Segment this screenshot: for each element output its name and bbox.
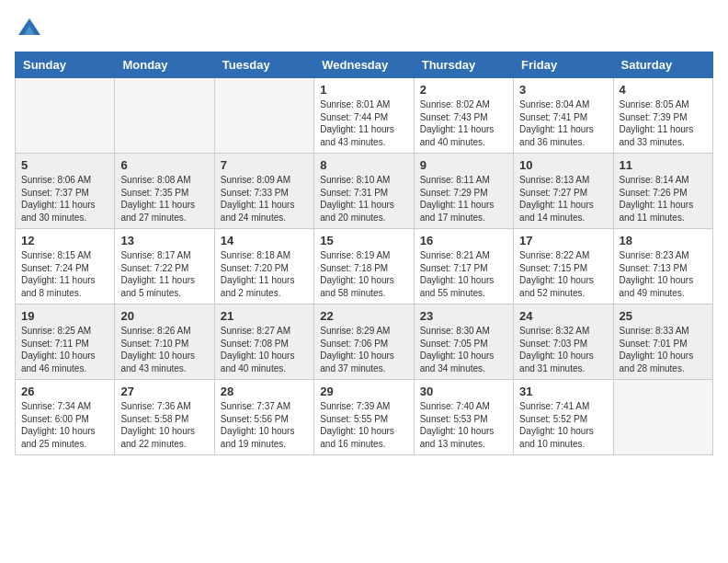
calendar-cell [16, 78, 115, 154]
logo [15, 15, 42, 40]
calendar-cell: 19Sunrise: 8:25 AM Sunset: 7:11 PM Dayli… [16, 304, 115, 380]
calendar-cell: 8Sunrise: 8:10 AM Sunset: 7:31 PM Daylig… [314, 154, 414, 229]
calendar-cell: 12Sunrise: 8:15 AM Sunset: 7:24 PM Dayli… [16, 229, 115, 304]
calendar-cell: 13Sunrise: 8:17 AM Sunset: 7:22 PM Dayli… [115, 229, 214, 304]
calendar-cell: 25Sunrise: 8:33 AM Sunset: 7:01 PM Dayli… [613, 304, 712, 380]
day-number: 18 [620, 234, 707, 247]
cell-content: Sunrise: 7:36 AM Sunset: 5:58 PM Dayligh… [120, 400, 208, 450]
cell-content: Sunrise: 7:34 AM Sunset: 6:00 PM Dayligh… [21, 400, 108, 450]
day-number: 24 [519, 309, 607, 323]
calendar-cell: 26Sunrise: 7:34 AM Sunset: 6:00 PM Dayli… [16, 380, 115, 455]
weekday-header-row: SundayMondayTuesdayWednesdayThursdayFrid… [16, 52, 713, 78]
cell-content: Sunrise: 8:05 AM Sunset: 7:39 PM Dayligh… [620, 98, 707, 148]
cell-content: Sunrise: 8:19 AM Sunset: 7:18 PM Dayligh… [320, 249, 407, 299]
calendar-cell [115, 78, 214, 154]
calendar-cell: 6Sunrise: 8:08 AM Sunset: 7:35 PM Daylig… [115, 154, 214, 229]
calendar-cell: 24Sunrise: 8:32 AM Sunset: 7:03 PM Dayli… [514, 304, 613, 380]
cell-content: Sunrise: 8:01 AM Sunset: 7:44 PM Dayligh… [320, 98, 407, 148]
day-number: 4 [620, 83, 707, 97]
calendar-cell: 1Sunrise: 8:01 AM Sunset: 7:44 PM Daylig… [314, 78, 414, 154]
calendar-cell: 17Sunrise: 8:22 AM Sunset: 7:15 PM Dayli… [514, 229, 613, 304]
calendar-cell: 3Sunrise: 8:04 AM Sunset: 7:41 PM Daylig… [514, 78, 613, 154]
cell-content: Sunrise: 8:13 AM Sunset: 7:27 PM Dayligh… [519, 174, 607, 224]
calendar-week-row: 19Sunrise: 8:25 AM Sunset: 7:11 PM Dayli… [16, 304, 713, 380]
cell-content: Sunrise: 8:18 AM Sunset: 7:20 PM Dayligh… [221, 249, 308, 299]
cell-content: Sunrise: 8:32 AM Sunset: 7:03 PM Dayligh… [519, 325, 607, 374]
calendar-week-row: 5Sunrise: 8:06 AM Sunset: 7:37 PM Daylig… [16, 154, 713, 229]
calendar-cell: 28Sunrise: 7:37 AM Sunset: 5:56 PM Dayli… [214, 380, 313, 455]
day-number: 7 [221, 158, 308, 172]
cell-content: Sunrise: 8:25 AM Sunset: 7:11 PM Dayligh… [21, 325, 108, 374]
calendar-week-row: 1Sunrise: 8:01 AM Sunset: 7:44 PM Daylig… [16, 78, 713, 154]
day-number: 17 [519, 234, 607, 247]
cell-content: Sunrise: 8:14 AM Sunset: 7:26 PM Dayligh… [620, 174, 707, 224]
cell-content: Sunrise: 8:29 AM Sunset: 7:06 PM Dayligh… [320, 325, 407, 374]
day-number: 10 [519, 158, 607, 172]
calendar-cell [214, 78, 313, 154]
day-number: 8 [320, 158, 407, 172]
calendar-cell: 7Sunrise: 8:09 AM Sunset: 7:33 PM Daylig… [214, 154, 313, 229]
calendar-cell: 9Sunrise: 8:11 AM Sunset: 7:29 PM Daylig… [414, 154, 513, 229]
cell-content: Sunrise: 8:08 AM Sunset: 7:35 PM Dayligh… [120, 174, 208, 224]
page-header [15, 15, 713, 40]
day-number: 30 [420, 385, 507, 398]
day-number: 28 [221, 385, 308, 398]
weekday-header-sunday: Sunday [16, 52, 115, 78]
day-number: 22 [320, 309, 407, 323]
calendar-cell: 31Sunrise: 7:41 AM Sunset: 5:52 PM Dayli… [514, 380, 613, 455]
cell-content: Sunrise: 7:41 AM Sunset: 5:52 PM Dayligh… [519, 400, 607, 450]
calendar-cell: 22Sunrise: 8:29 AM Sunset: 7:06 PM Dayli… [314, 304, 414, 380]
cell-content: Sunrise: 8:06 AM Sunset: 7:37 PM Dayligh… [21, 174, 108, 224]
cell-content: Sunrise: 8:33 AM Sunset: 7:01 PM Dayligh… [620, 325, 707, 374]
calendar-cell: 5Sunrise: 8:06 AM Sunset: 7:37 PM Daylig… [16, 154, 115, 229]
cell-content: Sunrise: 8:17 AM Sunset: 7:22 PM Dayligh… [120, 249, 208, 299]
calendar-cell: 30Sunrise: 7:40 AM Sunset: 5:53 PM Dayli… [414, 380, 513, 455]
day-number: 2 [420, 83, 507, 97]
day-number: 23 [420, 309, 507, 323]
calendar-cell: 23Sunrise: 8:30 AM Sunset: 7:05 PM Dayli… [414, 304, 513, 380]
cell-content: Sunrise: 7:37 AM Sunset: 5:56 PM Dayligh… [221, 400, 308, 450]
day-number: 9 [420, 158, 507, 172]
day-number: 3 [519, 83, 607, 97]
cell-content: Sunrise: 8:04 AM Sunset: 7:41 PM Dayligh… [519, 98, 607, 148]
weekday-header-saturday: Saturday [613, 52, 712, 78]
cell-content: Sunrise: 8:09 AM Sunset: 7:33 PM Dayligh… [221, 174, 308, 224]
cell-content: Sunrise: 8:30 AM Sunset: 7:05 PM Dayligh… [420, 325, 507, 374]
calendar: SundayMondayTuesdayWednesdayThursdayFrid… [15, 52, 713, 455]
calendar-header: SundayMondayTuesdayWednesdayThursdayFrid… [16, 52, 713, 78]
day-number: 21 [221, 309, 308, 323]
day-number: 13 [120, 234, 208, 247]
cell-content: Sunrise: 7:39 AM Sunset: 5:55 PM Dayligh… [320, 400, 407, 450]
calendar-cell: 27Sunrise: 7:36 AM Sunset: 5:58 PM Dayli… [115, 380, 214, 455]
day-number: 15 [320, 234, 407, 247]
day-number: 29 [320, 385, 407, 398]
cell-content: Sunrise: 8:15 AM Sunset: 7:24 PM Dayligh… [21, 249, 108, 299]
day-number: 27 [120, 385, 208, 398]
day-number: 20 [120, 309, 208, 323]
cell-content: Sunrise: 7:40 AM Sunset: 5:53 PM Dayligh… [420, 400, 507, 450]
calendar-week-row: 12Sunrise: 8:15 AM Sunset: 7:24 PM Dayli… [16, 229, 713, 304]
calendar-cell: 18Sunrise: 8:23 AM Sunset: 7:13 PM Dayli… [613, 229, 712, 304]
cell-content: Sunrise: 8:02 AM Sunset: 7:43 PM Dayligh… [420, 98, 507, 148]
weekday-header-friday: Friday [514, 52, 613, 78]
cell-content: Sunrise: 8:23 AM Sunset: 7:13 PM Dayligh… [620, 249, 707, 299]
calendar-cell: 15Sunrise: 8:19 AM Sunset: 7:18 PM Dayli… [314, 229, 414, 304]
calendar-body: 1Sunrise: 8:01 AM Sunset: 7:44 PM Daylig… [16, 78, 713, 455]
cell-content: Sunrise: 8:27 AM Sunset: 7:08 PM Dayligh… [221, 325, 308, 374]
cell-content: Sunrise: 8:21 AM Sunset: 7:17 PM Dayligh… [420, 249, 507, 299]
day-number: 11 [620, 158, 707, 172]
weekday-header-thursday: Thursday [414, 52, 513, 78]
calendar-cell: 29Sunrise: 7:39 AM Sunset: 5:55 PM Dayli… [314, 380, 414, 455]
cell-content: Sunrise: 8:26 AM Sunset: 7:10 PM Dayligh… [120, 325, 208, 374]
day-number: 25 [620, 309, 707, 323]
day-number: 6 [120, 158, 208, 172]
cell-content: Sunrise: 8:11 AM Sunset: 7:29 PM Dayligh… [420, 174, 507, 224]
logo-icon [17, 15, 42, 40]
cell-content: Sunrise: 8:10 AM Sunset: 7:31 PM Dayligh… [320, 174, 407, 224]
day-number: 1 [320, 83, 407, 97]
cell-content: Sunrise: 8:22 AM Sunset: 7:15 PM Dayligh… [519, 249, 607, 299]
calendar-week-row: 26Sunrise: 7:34 AM Sunset: 6:00 PM Dayli… [16, 380, 713, 455]
weekday-header-tuesday: Tuesday [214, 52, 313, 78]
calendar-cell: 4Sunrise: 8:05 AM Sunset: 7:39 PM Daylig… [613, 78, 712, 154]
day-number: 12 [21, 234, 108, 247]
